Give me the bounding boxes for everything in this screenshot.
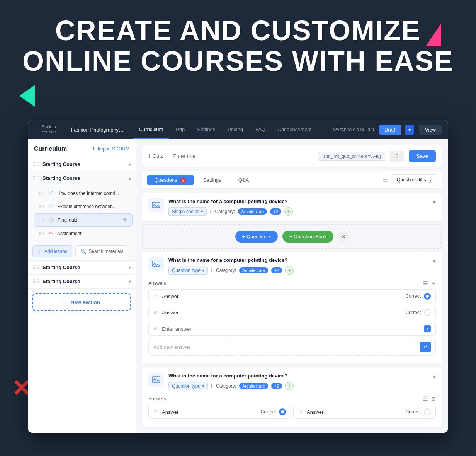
- grid-answer-1-radio[interactable]: [279, 408, 286, 415]
- lesson-delete-icon[interactable]: 🗑: [123, 217, 128, 223]
- correct-label: Correct: [261, 409, 276, 415]
- section-3-drag-handle[interactable]: ⠿⠿: [32, 265, 39, 270]
- question-2-collapse-icon[interactable]: ▾: [433, 257, 436, 265]
- enter-answer-input[interactable]: [162, 326, 421, 332]
- answer-text-2: Answer: [162, 310, 403, 316]
- question-1-info-icon[interactable]: ℹ: [210, 209, 212, 214]
- question-3-count[interactable]: +2: [271, 383, 282, 389]
- section-2: ⠿⠿ Starting Course ▴ ⠿⠿ 📄 How does the I…: [28, 171, 136, 261]
- question-3-collapse-icon[interactable]: ▾: [433, 373, 436, 380]
- section-1-chevron-icon: ▾: [129, 162, 131, 167]
- answers-header-2: Answers ☰ ⊞: [148, 280, 436, 286]
- section-2-header[interactable]: ⠿⠿ Starting Course ▴: [28, 171, 136, 185]
- correct-label: Correct: [406, 294, 421, 299]
- question-3-type-select[interactable]: Question type ▾: [168, 382, 208, 390]
- draft-button[interactable]: Draft: [379, 125, 401, 135]
- add-question-button[interactable]: + Question ▾: [235, 231, 278, 243]
- list-view-icon[interactable]: ☰: [382, 176, 388, 184]
- list-answers-icon[interactable]: ☰: [423, 280, 428, 286]
- tab-curriculum[interactable]: Curriculum: [133, 120, 170, 139]
- question-3-text: What is the name for a computer pointing…: [168, 373, 428, 379]
- view-button[interactable]: View: [419, 125, 442, 135]
- quiz-label: ℹ Quiz: [148, 153, 168, 159]
- question-3-category-value: Architecture: [239, 383, 268, 389]
- section-3-name: Starting Course: [42, 265, 126, 270]
- question-3-info-icon[interactable]: ℹ: [211, 383, 213, 389]
- answer-drag-handle[interactable]: ⠿⠿: [298, 410, 304, 414]
- tab-pricing[interactable]: Pricing: [221, 120, 249, 139]
- lesson-name-assignment: Assignment: [57, 231, 128, 236]
- tab-settings[interactable]: Settings: [191, 120, 221, 139]
- question-1-type-select[interactable]: Single choice ▾: [168, 207, 207, 216]
- answer-drag-handle[interactable]: ⠿⠿: [153, 327, 159, 331]
- section-2-name: Starting Course: [42, 175, 126, 181]
- plus-icon: ＋: [37, 248, 42, 254]
- answer-2-radio[interactable]: [424, 309, 431, 316]
- copy-shortcode-button[interactable]: 📋: [390, 151, 404, 162]
- tab-qa[interactable]: Q&A: [231, 175, 257, 185]
- tab-questions[interactable]: Questions 9: [147, 175, 194, 185]
- doc-icon: 📄: [47, 190, 54, 197]
- lesson-drag-handle[interactable]: ⠿⠿: [39, 205, 44, 209]
- question-2-count[interactable]: +2: [271, 267, 282, 273]
- draft-chevron-button[interactable]: ▾: [405, 125, 414, 135]
- switch-old-builder-link[interactable]: Switch to old builder: [333, 127, 374, 132]
- section-2-drag-handle[interactable]: ⠿⠿: [32, 176, 39, 181]
- lesson-item-assignment[interactable]: ⠿⠿ ✏ Assignment: [34, 227, 133, 240]
- save-button[interactable]: Save: [409, 150, 436, 162]
- section-1-header[interactable]: ⠿⠿ Starting Course ▾: [28, 157, 136, 171]
- dismiss-add-area-button[interactable]: ✕: [338, 231, 349, 242]
- grid-answers-icon-3[interactable]: ⊞: [431, 396, 436, 402]
- question-1-add-button[interactable]: ＋: [284, 207, 293, 216]
- question-2-add-button[interactable]: ＋: [285, 266, 294, 275]
- lesson-drag-handle[interactable]: ⠿⠿: [39, 191, 44, 196]
- back-to-courses-button[interactable]: ← Back to courses: [34, 125, 63, 135]
- list-answers-icon-3[interactable]: ☰: [423, 396, 428, 402]
- add-question-bank-button[interactable]: + Question Bank: [282, 231, 333, 243]
- lesson-item[interactable]: ⠿⠿ 📄 How does the Internet contri...: [34, 187, 133, 200]
- question-1-category-value: Architecture: [238, 208, 267, 215]
- grid-answer-text-2: Answer: [307, 409, 403, 415]
- answer-1-radio[interactable]: [424, 293, 431, 300]
- tab-faq[interactable]: FAQ: [249, 120, 272, 139]
- question-3-add-button[interactable]: ＋: [285, 382, 294, 390]
- lesson-item[interactable]: ⠿⠿ 📄 Explain difference between...: [34, 200, 133, 213]
- section-4-drag-handle[interactable]: ⠿⠿: [32, 279, 39, 284]
- questions-library-button[interactable]: Questions library: [391, 174, 437, 185]
- lesson-drag-handle[interactable]: ⠿⠿: [39, 218, 44, 222]
- quiz-header: ℹ Quiz [stm_lms_quiz_online id=6548] 📋 S…: [142, 145, 442, 167]
- tab-announcement[interactable]: Announcement: [272, 120, 318, 139]
- tab-drip[interactable]: Drip: [169, 120, 191, 139]
- question-2-content: What is the name for a computer pointing…: [168, 257, 428, 275]
- section-4: ⠿⠿ Starting Course ▾: [28, 275, 136, 289]
- add-answer-icon[interactable]: ↵: [420, 342, 431, 352]
- section-3-header[interactable]: ⠿⠿ Starting Course ▾: [28, 261, 136, 274]
- new-section-button[interactable]: ＋ New section: [32, 293, 131, 311]
- lesson-drag-handle[interactable]: ⠿⠿: [39, 232, 44, 236]
- import-scorm-button[interactable]: ⬆ Import SCORM: [92, 146, 129, 152]
- answer-drag-handle[interactable]: ⠿⠿: [153, 294, 159, 299]
- answers-section-3: Answers ☰ ⊞ ⠿⠿ Answer Correct: [142, 396, 442, 427]
- question-3-image: [148, 373, 164, 387]
- question-2-type-select[interactable]: Question type ▾: [168, 266, 208, 275]
- question-1-collapse-icon[interactable]: ▾: [433, 198, 436, 206]
- grid-answer-2-radio[interactable]: [424, 408, 431, 415]
- answer-drag-handle[interactable]: ⠿⠿: [153, 410, 159, 414]
- svg-rect-2: [152, 261, 160, 266]
- enter-answer-checkbox[interactable]: ✓: [424, 325, 431, 332]
- search-materials-button[interactable]: 🔍 Search materials: [75, 245, 128, 257]
- question-1-count[interactable]: +2: [270, 208, 281, 215]
- section-3: ⠿⠿ Starting Course ▾: [28, 261, 136, 275]
- answer-drag-handle[interactable]: ⠿⠿: [153, 311, 159, 315]
- quiz-title-input[interactable]: [173, 153, 314, 159]
- lesson-item-final-quiz[interactable]: ⠿⠿ ⚪ Final quiz 🗑: [34, 213, 133, 227]
- question-2-info-icon[interactable]: ℹ: [211, 268, 213, 273]
- svg-rect-4: [152, 377, 160, 382]
- section-1-drag-handle[interactable]: ⠿⠿: [32, 162, 39, 167]
- tab-quiz-settings[interactable]: Settings: [196, 175, 229, 185]
- section-4-header[interactable]: ⠿⠿ Starting Course ▾: [28, 275, 136, 288]
- grid-answers-icon[interactable]: ⊞: [431, 280, 436, 286]
- add-lesson-button[interactable]: ＋ Add lesson: [32, 245, 72, 257]
- course-title: Fashion Photography from...: [63, 127, 133, 133]
- chevron-down-icon: ▾: [202, 268, 204, 273]
